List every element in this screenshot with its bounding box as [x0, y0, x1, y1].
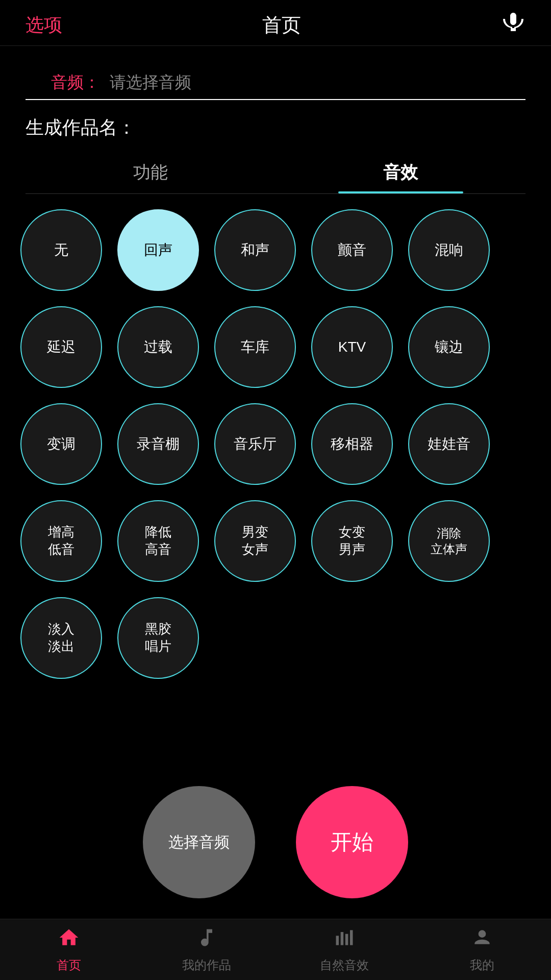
- music-icon: [195, 926, 218, 954]
- effect-female-male[interactable]: 女变男声: [311, 500, 393, 582]
- effect-row-5: 淡入淡出 黑胶唱片: [20, 597, 531, 679]
- nav-profile-label: 我的: [470, 957, 494, 973]
- effect-garage[interactable]: 车库: [214, 306, 296, 388]
- mic-icon[interactable]: [501, 11, 525, 40]
- audio-label[interactable]: 音频： 请选择音频: [51, 71, 500, 94]
- nav-sfx-label: 自然音效: [320, 957, 369, 973]
- page-title: 首页: [262, 12, 301, 38]
- nav-home-label: 首页: [57, 957, 81, 973]
- bars-icon: [333, 926, 356, 954]
- effect-phaser[interactable]: 移相器: [311, 403, 393, 485]
- nav-home[interactable]: 首页: [0, 919, 138, 980]
- effect-row-4: 增高低音 降低高音 男变女声 女变男声 消除立体声: [20, 500, 531, 582]
- audio-tag: 音频：: [51, 73, 100, 91]
- effect-ktv[interactable]: KTV: [311, 306, 393, 388]
- svg-rect-0: [336, 936, 339, 945]
- work-name-label: 生成作品名：: [26, 117, 136, 138]
- effect-delay[interactable]: 延迟: [20, 306, 102, 388]
- effect-echo[interactable]: 回声: [117, 209, 199, 291]
- svg-point-4: [479, 930, 486, 938]
- svg-rect-3: [350, 930, 353, 945]
- nav-sfx[interactable]: 自然音效: [276, 919, 413, 980]
- effect-grid: 无 回声 和声 颤音 混响 延迟 过载 车库 KTV 镶边 变调 录音棚 音乐厅…: [0, 194, 551, 771]
- nav-profile[interactable]: 我的: [413, 919, 551, 980]
- header: 选项 首页: [0, 0, 551, 46]
- effect-overdrive[interactable]: 过载: [117, 306, 199, 388]
- effect-row-3: 变调 录音棚 音乐厅 移相器 娃娃音: [20, 403, 531, 485]
- effect-none[interactable]: 无: [20, 209, 102, 291]
- start-button[interactable]: 开始: [296, 786, 408, 898]
- effect-studio[interactable]: 录音棚: [117, 403, 199, 485]
- svg-rect-2: [345, 934, 348, 945]
- tab-effect[interactable]: 音效: [276, 151, 525, 193]
- options-button[interactable]: 选项: [26, 13, 62, 38]
- audio-placeholder: 请选择音频: [110, 73, 191, 91]
- home-icon: [58, 926, 80, 954]
- user-icon: [471, 926, 493, 954]
- effect-fade[interactable]: 淡入淡出: [20, 597, 102, 679]
- effect-reverb[interactable]: 混响: [408, 209, 490, 291]
- action-row: 选择音频 开始: [0, 771, 551, 919]
- bottom-nav: 首页 我的作品 自然音效 我的: [0, 919, 551, 980]
- effect-row-2: 延迟 过载 车库 KTV 镶边: [20, 306, 531, 388]
- tabs-container: 功能 音效: [26, 151, 525, 194]
- nav-works-label: 我的作品: [182, 957, 231, 973]
- effect-male-female[interactable]: 男变女声: [214, 500, 296, 582]
- effect-pitch[interactable]: 变调: [20, 403, 102, 485]
- nav-works[interactable]: 我的作品: [138, 919, 276, 980]
- effect-treble-cut[interactable]: 降低高音: [117, 500, 199, 582]
- effect-chipmunk[interactable]: 娃娃音: [408, 403, 490, 485]
- effect-harmony[interactable]: 和声: [214, 209, 296, 291]
- svg-rect-1: [341, 932, 344, 945]
- effect-remove-3d[interactable]: 消除立体声: [408, 500, 490, 582]
- effect-hall[interactable]: 音乐厅: [214, 403, 296, 485]
- effect-vinyl[interactable]: 黑胶唱片: [117, 597, 199, 679]
- effect-row-1: 无 回声 和声 颤音 混响: [20, 209, 531, 291]
- select-audio-button[interactable]: 选择音频: [143, 786, 255, 898]
- work-name-section: 生成作品名：: [0, 100, 551, 145]
- effect-tremolo[interactable]: 颤音: [311, 209, 393, 291]
- effect-bass-boost[interactable]: 增高低音: [20, 500, 102, 582]
- audio-section: 音频： 请选择音频: [26, 56, 525, 100]
- tab-function[interactable]: 功能: [26, 151, 276, 193]
- effect-flanger[interactable]: 镶边: [408, 306, 490, 388]
